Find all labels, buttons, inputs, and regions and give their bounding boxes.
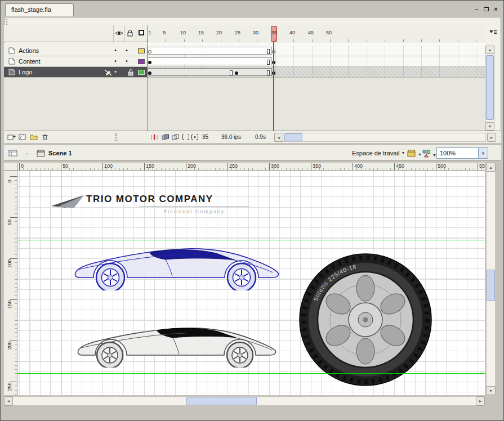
ruler-label: 150: [6, 299, 14, 310]
scene-name-label[interactable]: Scene 1: [48, 150, 72, 156]
close-button[interactable]: ×: [492, 5, 500, 14]
timeline-hscroll-track[interactable]: [274, 133, 486, 142]
timeline-frame-ruler[interactable]: 1 5 10 15 20 25 30 35 40 45 50: [148, 25, 485, 42]
layer-outline-color-swatch[interactable]: [138, 59, 145, 64]
restore-button[interactable]: [482, 5, 490, 14]
edit-bar: ← Scene 1 Espace de travail ▼ ▼ ▼ 100% ▼: [4, 145, 501, 161]
stage-vscroll-thumb[interactable]: [487, 270, 495, 301]
end-frame-marker[interactable]: [267, 60, 270, 65]
end-frame-marker[interactable]: [230, 70, 233, 75]
insert-layer-button[interactable]: [6, 132, 16, 142]
onion-skin-outlines-button[interactable]: [171, 132, 181, 142]
back-arrow-icon[interactable]: ←: [24, 149, 32, 157]
zoom-dropdown-button[interactable]: ▼: [478, 148, 488, 158]
timeline-vscroll-down[interactable]: ▼: [485, 122, 494, 131]
timeline-panel-menu-icon[interactable]: [488, 29, 497, 37]
modify-onion-markers-button[interactable]: [190, 132, 200, 142]
timeline-vscroll-up[interactable]: ▲: [485, 46, 494, 54]
layer-lock-dot[interactable]: •: [121, 47, 132, 53]
blue-car-front-wheel: [96, 263, 124, 290]
keyframe-marker[interactable]: [235, 71, 238, 75]
frame-number-current: 35: [271, 30, 277, 35]
stage-hscroll-thumb[interactable]: [186, 397, 257, 405]
logo-title-text[interactable]: TRIO MOTOR COMPANY: [86, 194, 213, 205]
stage-vscroll-down[interactable]: ▼: [486, 386, 496, 395]
layer-outline-color-swatch[interactable]: [138, 70, 145, 75]
stage-hscroll-right[interactable]: ►: [476, 396, 485, 406]
blue-car-drawing[interactable]: [71, 243, 282, 292]
onion-skin-button[interactable]: [160, 132, 171, 142]
zoom-combobox[interactable]: 100% ▼: [436, 147, 488, 159]
keyframe-marker[interactable]: [148, 71, 151, 75]
document-tab[interactable]: flash_stage.fla: [5, 3, 74, 16]
gray-car-front-wheel: [97, 342, 123, 368]
layer-page-icon: [8, 69, 15, 75]
lock-all-layers-icon[interactable]: [127, 29, 133, 38]
ruler-label: 100: [6, 258, 14, 269]
frame-span[interactable]: [148, 47, 272, 55]
logo-subtitle-text[interactable]: Fictional Company: [139, 207, 249, 214]
tire-drawing[interactable]: Stiletto 225/40-18: [298, 252, 433, 388]
layer-page-icon: [8, 58, 15, 65]
layer-name: Actions: [19, 47, 39, 54]
edit-symbols-button[interactable]: ▼: [422, 149, 436, 159]
panel-gripper[interactable]: [6, 19, 8, 25]
timeline-hscroll-left[interactable]: ◄: [274, 133, 283, 142]
add-motion-guide-button[interactable]: [17, 132, 28, 142]
delete-layer-button[interactable]: [40, 132, 50, 142]
frame-number: 30: [253, 30, 258, 35]
workspace-dropdown[interactable]: Espace de travail ▼: [352, 150, 405, 156]
ruler-label: 200: [188, 163, 196, 169]
layer-frames-content[interactable]: [148, 56, 485, 67]
horizontal-guide[interactable]: [17, 373, 485, 374]
timeline-vscroll-thumb[interactable]: [486, 55, 494, 120]
down-arrow-icon: ▼: [489, 389, 493, 393]
zoom-value: 100%: [440, 150, 456, 156]
right-arrow-icon: ►: [479, 399, 483, 403]
horizontal-guide[interactable]: [17, 240, 485, 240]
layer-lock-dot[interactable]: •: [121, 58, 132, 64]
up-arrow-icon: ▲: [489, 165, 493, 169]
ruler-label: 50: [63, 163, 68, 169]
layer-row-logo[interactable]: Logo: [4, 67, 147, 78]
edit-scene-button[interactable]: ▼: [407, 150, 422, 158]
horizontal-ruler[interactable]: 0 50 100 150 200 250 300 350 400 450 500…: [17, 163, 485, 171]
timeline-hscroll-thumb[interactable]: [284, 133, 302, 141]
ruler-label: 50: [6, 217, 14, 228]
document-tab-title: flash_stage.fla: [11, 6, 51, 13]
timeline-hscroll-right[interactable]: ►: [487, 133, 496, 142]
center-frame-button[interactable]: [149, 132, 159, 142]
frame-rate-readout[interactable]: 36.0 ips: [221, 134, 241, 140]
logo-swoosh[interactable]: [51, 194, 86, 211]
vertical-ruler[interactable]: 0 50 100 150 200 250: [4, 171, 17, 395]
layer-visible-dot[interactable]: •: [110, 58, 121, 64]
keyframe-marker[interactable]: [148, 61, 151, 64]
layer-visible-dot[interactable]: •: [110, 47, 121, 53]
outline-all-layers-icon[interactable]: [139, 30, 144, 35]
empty-keyframe-marker[interactable]: [148, 50, 151, 53]
frame-span[interactable]: [148, 57, 272, 65]
stage-vscroll-up[interactable]: ▲: [486, 163, 496, 172]
layer-outline-color-swatch[interactable]: [138, 48, 145, 53]
end-frame-marker[interactable]: [267, 70, 270, 75]
footer-gripper[interactable]: [115, 133, 118, 141]
layer-frames-actions[interactable]: [148, 46, 485, 56]
minimize-button[interactable]: −: [472, 5, 481, 14]
ruler-label: 150: [146, 163, 154, 169]
layer-lock-icon[interactable]: [128, 69, 133, 77]
show-hide-all-layers-icon[interactable]: [115, 30, 123, 37]
end-frame-marker[interactable]: [267, 49, 270, 54]
stage-canvas[interactable]: TRIO MOTOR COMPANY Fictional Company: [17, 171, 485, 395]
down-arrow-icon: ▼: [488, 124, 492, 128]
frame-span[interactable]: [148, 68, 272, 76]
right-arrow-icon: ►: [490, 136, 494, 140]
gray-car-drawing[interactable]: [74, 323, 282, 369]
vertical-guide[interactable]: [61, 171, 61, 395]
layer-frames-logo[interactable]: [148, 67, 485, 78]
stage-hscroll-left[interactable]: ◄: [4, 396, 13, 406]
insert-layer-folder-button[interactable]: [29, 132, 39, 142]
timeline-toggle-icon[interactable]: [8, 149, 17, 158]
application-window: flash_stage.fla − × 1 5 10 15 20 25 30 3…: [0, 0, 504, 421]
ruler-label: 100: [104, 163, 113, 169]
ruler-label: 450: [396, 163, 404, 169]
